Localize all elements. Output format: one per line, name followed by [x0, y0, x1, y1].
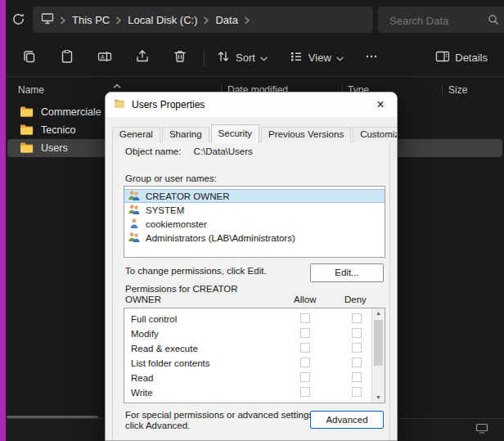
breadcrumb-chevron-icon[interactable]: [60, 16, 66, 25]
permission-row-read[interactable]: Read: [124, 371, 385, 385]
edit-button[interactable]: Edit...: [310, 263, 384, 282]
sort-button[interactable]: Sort: [211, 45, 272, 71]
search-icon: [488, 14, 499, 29]
principal-name: CREATOR OWNER: [146, 191, 229, 201]
delete-button[interactable]: [166, 45, 194, 71]
users-icon: [128, 232, 141, 244]
tab-previous-versions[interactable]: Previous Versions: [261, 127, 351, 142]
more-options-button[interactable]: [360, 45, 383, 71]
deny-checkbox[interactable]: [352, 328, 362, 338]
users-icon: [128, 204, 141, 216]
chevron-down-icon: [336, 52, 344, 64]
this-pc-icon: [41, 12, 54, 27]
refresh-button[interactable]: [9, 11, 27, 29]
scrollbar-thumb[interactable]: [374, 320, 383, 366]
user-icon: [128, 218, 141, 230]
allow-checkbox[interactable]: [300, 328, 310, 338]
view-button[interactable]: View: [284, 45, 349, 71]
view-label: View: [308, 52, 331, 64]
permission-name: Read: [131, 373, 154, 383]
allow-checkbox[interactable]: [300, 313, 310, 323]
paste-icon: [59, 48, 75, 67]
breadcrumb-local-disk-c[interactable]: Local Disk (C:): [128, 14, 197, 26]
tab-general[interactable]: General: [112, 127, 160, 142]
background-app-edge: [0, 0, 6, 441]
search-input[interactable]: [388, 11, 481, 29]
principal-row-creator-owner[interactable]: CREATOR OWNER: [124, 189, 385, 203]
principal-name: Administrators (LAB\Administrators): [146, 233, 295, 243]
deny-column-label: Deny: [344, 295, 367, 304]
share-icon: [134, 48, 151, 67]
share-button[interactable]: [128, 45, 156, 71]
svg-text:A: A: [101, 54, 105, 60]
scroll-up-icon[interactable]: ▲: [372, 308, 385, 318]
breadcrumb-chevron-icon[interactable]: [115, 16, 122, 25]
file-name: Commerciale: [41, 106, 101, 118]
folder-icon: [20, 124, 34, 137]
chevron-down-icon: [260, 52, 268, 64]
security-tab-content: Object name: C:\Data\Users Group or user…: [106, 92, 397, 440]
deny-checkbox[interactable]: [352, 387, 362, 397]
advanced-hint: For special permissions or advanced sett…: [125, 410, 326, 430]
object-name-value: C:\Data\Users: [194, 146, 253, 156]
paste-button[interactable]: [53, 45, 81, 71]
explorer-toolbar: A Sort View Details: [6, 39, 504, 77]
advanced-button[interactable]: Advanced: [310, 411, 384, 429]
permission-name: Modify: [131, 329, 159, 339]
file-name: Tecnico: [41, 124, 75, 136]
permission-row-list-folder-contents[interactable]: List folder contents: [124, 356, 385, 371]
deny-checkbox[interactable]: [352, 358, 362, 367]
horizontal-scrollbar[interactable]: [7, 416, 98, 418]
refresh-icon: [11, 17, 26, 29]
vertical-scrollbar[interactable]: ▲ ▼: [371, 308, 385, 403]
details-label: Details: [455, 52, 488, 64]
permission-row-read-execute[interactable]: Read & execute: [124, 341, 385, 356]
sort-label: Sort: [236, 52, 255, 64]
permission-name: List folder contents: [131, 358, 210, 368]
allow-checkbox[interactable]: [300, 358, 310, 367]
principal-name: cookiemonster: [146, 219, 207, 229]
change-permissions-hint: To change permissions, click Edit.: [125, 266, 267, 276]
allow-checkbox[interactable]: [300, 387, 310, 397]
object-name-label: Object name:: [125, 146, 181, 156]
permission-name: Full control: [131, 314, 177, 324]
folder-icon: [20, 142, 34, 155]
column-header-size[interactable]: Size: [448, 84, 467, 96]
allow-checkbox[interactable]: [300, 343, 310, 353]
address-bar[interactable]: This PC Local Disk (C:) Data: [33, 7, 373, 33]
sort-icon: [216, 49, 231, 66]
permission-row-write[interactable]: Write: [124, 385, 385, 400]
column-header-name[interactable]: Name: [18, 84, 44, 96]
column-divider[interactable]: [442, 84, 443, 96]
group-user-list: CREATOR OWNER SYSTEM cookiemonster Admin…: [124, 186, 385, 258]
copy-button[interactable]: [16, 45, 43, 71]
deny-checkbox[interactable]: [352, 372, 362, 382]
breadcrumb-chevron-icon[interactable]: [244, 16, 250, 25]
deny-checkbox[interactable]: [352, 343, 362, 353]
breadcrumb-chevron-icon[interactable]: [203, 16, 209, 25]
desktop: This PC Local Disk (C:) Data A: [0, 0, 504, 441]
details-button[interactable]: Details: [430, 45, 493, 71]
users-icon: [128, 190, 141, 202]
scroll-down-icon[interactable]: ▼: [372, 393, 385, 403]
status-view-toggle[interactable]: [475, 423, 489, 436]
breadcrumb-data[interactable]: Data: [215, 14, 237, 26]
tab-sharing[interactable]: Sharing: [162, 127, 209, 142]
rename-button[interactable]: A: [91, 45, 119, 71]
dialog-tabs: General Sharing Security Previous Versio…: [112, 124, 390, 142]
tab-security[interactable]: Security: [211, 124, 260, 142]
tab-customize[interactable]: Customize: [353, 127, 398, 142]
trash-icon: [172, 48, 188, 67]
search-box[interactable]: [378, 7, 504, 33]
principal-row-cookiemonster[interactable]: cookiemonster: [124, 217, 385, 231]
properties-dialog: Users Properties × General Sharing Secur…: [105, 92, 398, 441]
permission-row-full-control[interactable]: Full control: [124, 312, 385, 326]
principal-row-administrators[interactable]: Administrators (LAB\Administrators): [124, 231, 385, 245]
breadcrumb-this-pc[interactable]: This PC: [72, 14, 110, 26]
deny-checkbox[interactable]: [352, 313, 362, 323]
permission-row-modify[interactable]: Modify: [124, 326, 385, 341]
principal-row-system[interactable]: SYSTEM: [124, 203, 385, 217]
allow-checkbox[interactable]: [300, 372, 310, 382]
principal-name: SYSTEM: [146, 205, 184, 215]
copy-icon: [21, 48, 38, 67]
